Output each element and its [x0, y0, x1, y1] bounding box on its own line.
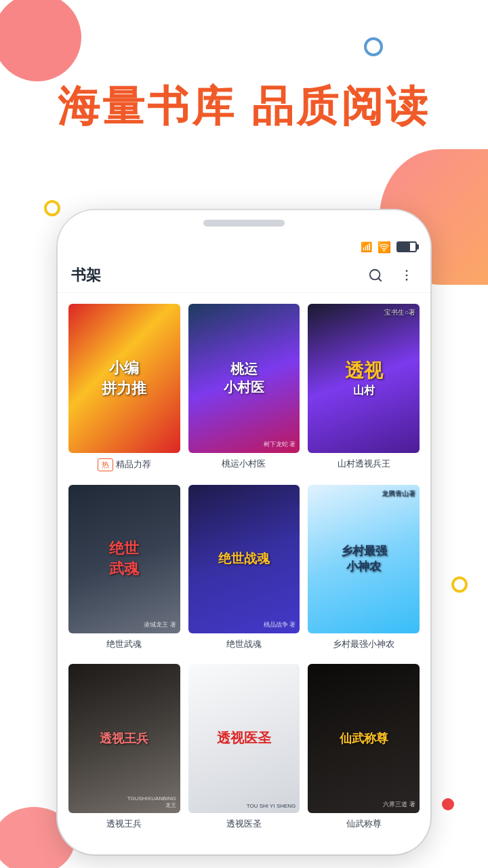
- dot-yellow-right: [451, 576, 468, 593]
- phone-notch-pill: [203, 220, 285, 226]
- book-item-5[interactable]: 绝世战魂 桃品战争 著 绝世战魂: [188, 485, 300, 650]
- headline: 海量书库 品质阅读: [0, 78, 488, 135]
- book-author-4: 凌城龙王 著: [144, 620, 176, 629]
- wifi-icon: 🛜: [378, 241, 391, 254]
- signal-icon: 📶: [361, 241, 372, 252]
- book-author-2: 树下龙蛇 著: [264, 440, 296, 449]
- book-title-5: 绝世战魂: [226, 639, 262, 650]
- bookshelf-title: 书架: [71, 265, 365, 285]
- book-title-3: 山村透视兵王: [338, 458, 390, 470]
- book-cover-text-7: 透视王兵: [68, 664, 180, 813]
- book-cover-4: 绝世武魂 凌城龙王 著: [68, 485, 180, 634]
- dot-yellow-top: [44, 200, 60, 216]
- phone-notch-bar: [58, 210, 430, 236]
- book-author-5: 桃品战争 著: [264, 620, 296, 629]
- book-title-4: 绝世武魂: [106, 639, 142, 650]
- more-menu-button[interactable]: [396, 265, 417, 285]
- book-item-1[interactable]: 小编拼力推 热 精品力荐: [68, 304, 180, 471]
- book-cover-text-5: 绝世战魂: [188, 485, 300, 634]
- book-item-2[interactable]: 桃运小村医 树下龙蛇 著 桃运小村医: [188, 304, 300, 471]
- book-title-8: 透视医圣: [226, 818, 262, 830]
- book-item-6[interactable]: 龙腾青山著 乡村最强小神农 乡村最强小神农: [308, 485, 420, 650]
- book-cover-text-1: 小编拼力推: [68, 304, 180, 453]
- dot-blue: [364, 37, 383, 56]
- book-title-row-1: 热 精品力荐: [98, 458, 151, 471]
- book-grid: 小编拼力推 热 精品力荐 桃运小村医 树下龙蛇 著 桃运小村医 宝: [58, 293, 430, 854]
- header-icons: [365, 265, 417, 285]
- book-cover-text-4: 绝世武魂: [68, 485, 180, 634]
- book-cover-6: 龙腾青山著 乡村最强小神农: [308, 485, 420, 634]
- book-author-9: 六界三道 著: [383, 800, 415, 809]
- book-cover-8: 透视医圣 TOU SHI YI SHENG: [188, 664, 300, 813]
- book-title-9: 仙武称尊: [346, 818, 382, 830]
- book-cover-text-8: 透视医圣: [188, 664, 300, 813]
- book-author-8: TOU SHI YI SHENG: [247, 803, 296, 809]
- book-cover-1: 小编拼力推: [68, 304, 180, 453]
- app-header: 书架: [58, 258, 430, 293]
- book-title-6: 乡村最强小神农: [333, 639, 394, 650]
- svg-point-4: [406, 279, 408, 281]
- book-cover-5: 绝世战魂 桃品战争 著: [188, 485, 300, 634]
- book-item-8[interactable]: 透视医圣 TOU SHI YI SHENG 透视医圣: [188, 664, 300, 829]
- book-cover-7: 透视王兵 TGUSHIXUANBING龙王: [68, 664, 180, 813]
- book-author-7: TGUSHIXUANBING龙王: [127, 795, 176, 809]
- book-cover-text-6: 乡村最强小神农: [308, 485, 420, 634]
- hot-badge: 热: [98, 458, 113, 471]
- svg-point-3: [406, 274, 408, 276]
- book-cover-text-2: 桃运小村医: [188, 304, 300, 453]
- book-cover-text-9: 仙武称尊: [308, 664, 420, 813]
- book-title-2: 桃运小村医: [222, 458, 266, 470]
- book-item-9[interactable]: 仙武称尊 六界三道 著 仙武称尊: [308, 664, 420, 829]
- blob-top-left: [0, 0, 81, 81]
- book-title-7: 透视王兵: [106, 818, 142, 830]
- search-button[interactable]: [365, 265, 386, 285]
- svg-line-1: [378, 278, 381, 281]
- svg-point-2: [406, 270, 408, 272]
- book-item-7[interactable]: 透视王兵 TGUSHIXUANBING龙王 透视王兵: [68, 664, 180, 829]
- book-row-1: 小编拼力推 热 精品力荐 桃运小村医 树下龙蛇 著 桃运小村医 宝: [68, 304, 420, 471]
- dot-red-bottom: [442, 798, 454, 810]
- book-item-3[interactable]: 宝书生○著 透视山村 山村透视兵王: [308, 304, 420, 471]
- book-item-4[interactable]: 绝世武魂 凌城龙王 著 绝世武魂: [68, 485, 180, 650]
- book-cover-2: 桃运小村医 树下龙蛇 著: [188, 304, 300, 453]
- book-cover-9: 仙武称尊 六界三道 著: [308, 664, 420, 813]
- book-row-2: 绝世武魂 凌城龙王 著 绝世武魂 绝世战魂 桃品战争 著 绝世战魂 龙腾青山著 …: [68, 485, 420, 650]
- status-bar: 📶 🛜: [58, 236, 430, 258]
- book-cover-3: 宝书生○著 透视山村: [308, 304, 420, 453]
- book-row-3: 透视王兵 TGUSHIXUANBING龙王 透视王兵 透视医圣 TOU SHI …: [68, 664, 420, 829]
- book-cover-text-3: 透视山村: [308, 304, 420, 453]
- battery-icon: [396, 241, 417, 252]
- book-title-1: 精品力荐: [116, 459, 151, 471]
- phone-frame: 📶 🛜 书架: [58, 210, 430, 854]
